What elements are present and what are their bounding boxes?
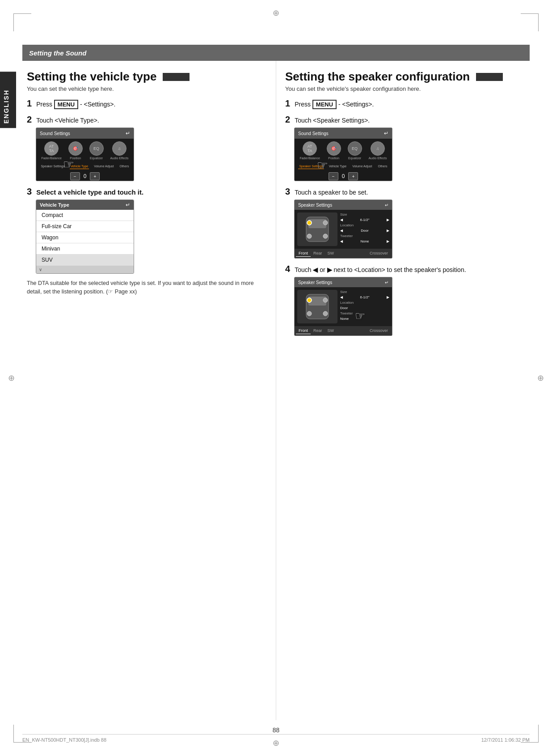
svg-point-11	[307, 311, 312, 316]
icon-equalizer: EQ Equalizer	[89, 141, 104, 160]
icon-position-r: 🎯 Position	[327, 141, 341, 160]
icon-equalizer-r: EQ Equalizer	[348, 141, 362, 160]
icon-fader: ATTA Fader/Balance	[41, 141, 62, 160]
speaker-car-view	[297, 212, 337, 246]
vol-plus-icon: +	[90, 172, 100, 180]
menu-box-left-1: MENU	[54, 100, 78, 109]
vt-fullsize: Full-size Car	[36, 221, 134, 232]
left-section-subtitle: You can set the vehicle type here.	[27, 85, 267, 92]
menu-box-right-1: MENU	[312, 100, 337, 109]
sp-size-row: Size	[340, 212, 389, 217]
corner-top-left	[13, 13, 31, 31]
sp-tab-rear: Rear	[311, 250, 325, 257]
sp-tab-crossover-2: Crossover	[367, 327, 391, 334]
sp-tab-crossover: Crossover	[367, 250, 391, 257]
left-step-1: 1 Press MENU - <Settings>.	[27, 98, 267, 109]
svg-point-6	[307, 221, 312, 225]
right-step-2: 2 Touch <Speaker Settings>. Sound Settin…	[285, 115, 525, 181]
sp-tweeter-row: Tweeter	[340, 234, 389, 238]
speaker-car-view-2	[297, 290, 337, 323]
vol-minus-icon-r: −	[329, 172, 338, 180]
right-step-1: 1 Press MENU - <Settings>.	[285, 98, 525, 109]
crosshair-left: ⊕	[8, 373, 15, 383]
back-arrow-icon-2: ↵	[384, 130, 388, 136]
back-arrow-icon: ↵	[126, 130, 130, 136]
sp-tab-front-2: Front	[296, 327, 311, 334]
vt-wagon: Wagon	[36, 232, 134, 243]
right-section-title: Setting the speaker configuration	[285, 70, 525, 84]
svg-point-5	[323, 234, 328, 238]
footer-bar: EN_KW-NT500HDT_NT300[J].indb 88 12/7/201…	[22, 734, 530, 743]
hand-cursor-icon-3: ☞	[355, 309, 365, 323]
sp-size-value-row: ◀ 6-1/2" ▶	[340, 218, 389, 222]
vehicle-type-screenshot: Vehicle Type ↵ Compact Full-size Car Wag…	[36, 200, 134, 274]
svg-point-3	[323, 221, 328, 225]
vt-back-icon: ↵	[126, 202, 130, 208]
svg-point-12	[323, 311, 328, 316]
corner-top-right	[521, 13, 539, 31]
section-title-header: Setting the Sound	[29, 49, 86, 57]
hand-cursor-icon-2: ☞	[317, 158, 328, 173]
vol-minus-icon: −	[70, 172, 80, 180]
vt-suv: SUV	[36, 255, 134, 266]
sp-tab-sw-2: SW	[325, 327, 337, 334]
sp-back-icon: ↵	[385, 203, 388, 208]
left-section-title: Setting the vehicle type	[27, 70, 267, 84]
sound-settings-screenshot-1: Sound Settings ↵ ATTA Fader/Balance 🎯 Po…	[36, 127, 134, 181]
right-title-decoration-bar	[476, 73, 503, 81]
svg-point-10	[323, 298, 328, 302]
crosshair-right: ⊕	[537, 373, 544, 383]
right-step-4: 4 Touch ◀ or ▶ next to <Location> to set…	[285, 264, 525, 336]
left-column: Setting the vehicle type You can set the…	[22, 61, 276, 720]
vt-compact: Compact	[36, 210, 134, 221]
vt-minivan: Minivan	[36, 243, 134, 255]
sound-settings-screenshot-2: Sound Settings ↵ ATTA Fader/Balance 🎯 Po…	[294, 127, 392, 181]
sp-tab-front: Front	[296, 250, 311, 257]
main-content: Setting the vehicle type You can set the…	[22, 61, 530, 720]
icon-audio-effects-r: ♫ Audio Effects	[368, 141, 387, 160]
sp-tab-sw: SW	[325, 250, 337, 257]
sp-tweeter-value-row: ◀ None ▶	[340, 239, 389, 243]
speaker-settings-screenshot-1: Speaker Settings ↵	[294, 200, 392, 259]
touch-label: Touch	[295, 266, 311, 273]
icon-audio-effects: ♫ Audio Effects	[110, 141, 128, 160]
right-section-subtitle: You can set the vehicle's speaker config…	[285, 85, 525, 92]
sp-tab-rear-2: Rear	[311, 327, 325, 334]
vol-plus-icon-r: +	[348, 172, 358, 180]
sp-location-row: Location	[340, 223, 389, 227]
english-sidebar: ENGLISH	[0, 72, 16, 128]
right-step-3: 3 Touch a speaker to be set. Speaker Set…	[285, 187, 525, 259]
svg-point-4	[307, 234, 312, 238]
speaker-settings-screenshot-2: Speaker Settings ↵	[294, 277, 392, 336]
footer-filename: EN_KW-NT500HDT_NT300[J].indb 88	[22, 737, 106, 743]
left-step-2: 2 Touch <Vehicle Type>. Sound Settings ↵…	[27, 115, 267, 181]
section-header-bar: Setting the Sound	[22, 45, 530, 61]
icon-fader-r: ATTA Fader/Balance	[299, 141, 320, 160]
title-decoration-bar	[163, 73, 190, 81]
left-step-3: 3 Select a vehicle type and touch it. Ve…	[27, 187, 267, 274]
sp-location-value-row: ◀ Door ▶	[340, 229, 389, 233]
sp-back-icon-2: ↵	[385, 280, 388, 285]
hand-cursor-icon: ☞	[63, 157, 74, 172]
speaker-settings-panel: Size ◀ 6-1/2" ▶ Location ◀ Door	[340, 212, 389, 246]
paragraph-text: The DTA suitable for the selected vehicl…	[27, 279, 267, 296]
footer-date: 12/7/2011 1:06:32 PM	[481, 737, 530, 743]
crosshair-top: ⊕	[273, 8, 279, 18]
page-number: 88	[273, 726, 280, 734]
svg-point-13	[307, 298, 312, 302]
right-column: Setting the speaker configuration You ca…	[276, 61, 530, 720]
